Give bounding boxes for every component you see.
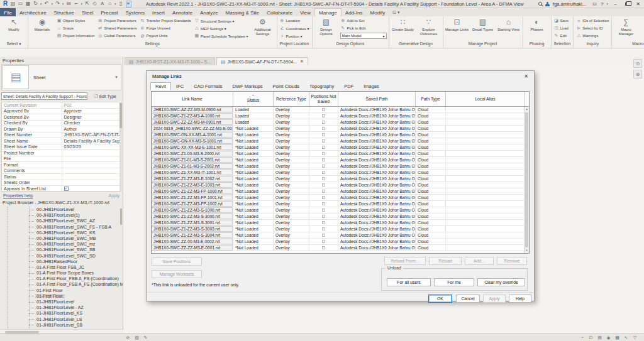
positions-checkbox[interactable] bbox=[322, 227, 325, 230]
help-button[interactable]: Help bbox=[509, 295, 531, 303]
create-study-button[interactable]: ∷Create Study bbox=[391, 17, 415, 32]
properties-scrollbar[interactable] bbox=[119, 102, 122, 191]
properties-help-link[interactable]: Properties help bbox=[3, 193, 33, 198]
positions-checkbox[interactable] bbox=[322, 202, 325, 205]
remove-button[interactable]: Remove bbox=[497, 257, 527, 265]
manage-links-button[interactable]: ⊡Manage Links bbox=[445, 17, 469, 32]
worksets-icon[interactable]: ⊕ bbox=[125, 335, 131, 340]
project-information-button[interactable]: ▤Project Information bbox=[56, 32, 95, 40]
link-row[interactable]: JHB1X0-SWC-GN-XX-M3-S-1001.rvt*Not Loade… bbox=[152, 138, 529, 144]
link-row[interactable]: JHB1X0-SWC-GN-XX-M3-A-1001.rvt*Not Loade… bbox=[152, 132, 529, 138]
unload-for-all-users-button[interactable]: For all users bbox=[387, 278, 431, 286]
property-value[interactable]: ✓ bbox=[62, 186, 121, 192]
ribbon-tab-insert[interactable]: Insert bbox=[148, 8, 169, 16]
positions-checkbox[interactable] bbox=[322, 234, 325, 237]
positions-checkbox[interactable] bbox=[322, 127, 325, 130]
apply-dialog-button[interactable]: Apply bbox=[483, 295, 506, 303]
shared-parameters-button[interactable]: ⇄Shared Parameters bbox=[97, 24, 137, 32]
link-row[interactable]: JHB1X0-SWC-XX-XX-M3-E-1001.rvt*Not Loade… bbox=[152, 144, 529, 151]
user-avatar-icon[interactable] bbox=[545, 2, 550, 6]
property-value[interactable]: Checker bbox=[62, 121, 121, 126]
unload-for-me-button[interactable]: For me bbox=[434, 278, 474, 286]
browser-scrollbar[interactable] bbox=[120, 208, 122, 225]
modify-button[interactable]: ↖Modify bbox=[2, 17, 26, 32]
tree-item[interactable]: 00-JHB1FloorLevel(1) bbox=[0, 212, 123, 218]
manage-worksets-button[interactable]: Manage Worksets bbox=[152, 270, 202, 278]
link-row[interactable]: JHB1X0-SWC-Z1-ZZ-M3-E-1003.rvt*Not Loade… bbox=[152, 182, 529, 188]
add-to-set-button[interactable]: ⊕Add to Set bbox=[340, 17, 387, 24]
transfer-project-standards-button[interactable]: ⇆Transfer Project Standards bbox=[139, 17, 191, 24]
tree-item[interactable]: 00-JHB1FloorLevel_SWC_KS bbox=[0, 230, 123, 235]
tree-item[interactable]: 01-JHB1FloorLevel_LS bbox=[0, 317, 123, 322]
project-units-button[interactable]: ØProject Units bbox=[139, 32, 191, 40]
ribbon-tab-file[interactable]: File bbox=[0, 8, 16, 16]
property-value[interactable]: Designer bbox=[62, 114, 121, 120]
filter-icon[interactable]: ▽ bbox=[632, 335, 638, 340]
type-selector-preview[interactable]: ▤ Sheet ▼ bbox=[1, 64, 121, 90]
coordinates-button[interactable]: ∠Coordinates ▾ bbox=[279, 24, 310, 32]
save-icon[interactable]: ▦ bbox=[25, 1, 31, 8]
tree-item[interactable]: 01-A First Floor FSB_JC bbox=[0, 264, 123, 270]
property-value[interactable]: JHB1X0-SWC-AF-FN-DT-IT-5... bbox=[62, 133, 121, 138]
dialog-tab-point-clouds[interactable]: Point Clouds bbox=[268, 82, 305, 90]
open-icon[interactable]: ▭ bbox=[18, 1, 23, 8]
project-parameters-button[interactable]: ⊞Project Parameters bbox=[97, 17, 137, 24]
link-row[interactable]: JHB1X0-SWC-Z1-XX-M3-IT-1001.rvt*Not Load… bbox=[152, 170, 529, 176]
design-options-icon[interactable]: ▧ bbox=[134, 335, 140, 340]
link-row[interactable]: JHB1X0-SWC-ZZ-00-M3-E-0002.rvt*Not Loade… bbox=[152, 239, 529, 245]
view-tab-1[interactable]: ▤JHB1X0-RGT-Z1-XX-M3-IT-1000 - S... bbox=[125, 57, 215, 65]
link-row[interactable]: JHB1X0-SWC-Z1-ZZ-M3-FP-1000.rvt*Not Load… bbox=[152, 188, 529, 195]
redo-caret-icon[interactable]: ▾ bbox=[62, 2, 64, 6]
materials-button[interactable]: ◉Materials bbox=[30, 17, 54, 32]
tree-item[interactable]: 01-First Floor. bbox=[0, 293, 123, 299]
panel-schedule-templates-button[interactable]: ▦Panel Schedule Templates ▾ bbox=[194, 32, 249, 40]
ribbon-tab-systems[interactable]: Systems bbox=[121, 8, 148, 16]
property-value[interactable]: 03/23/23 bbox=[62, 144, 121, 150]
load-selection-button[interactable]: ◫Load bbox=[553, 24, 570, 32]
property-value[interactable] bbox=[62, 150, 121, 156]
starting-view-button[interactable]: ⌂Starting View bbox=[497, 17, 521, 32]
dialog-tab-ifc[interactable]: IFC bbox=[171, 82, 189, 90]
default-3d-view-caret-icon[interactable]: ▾ bbox=[114, 2, 116, 6]
section-icon[interactable]: ▯ bbox=[118, 1, 124, 8]
positions-checkbox[interactable] bbox=[322, 152, 325, 155]
property-value[interactable] bbox=[62, 168, 121, 174]
column-header-link-name[interactable]: Link Name bbox=[152, 92, 233, 106]
warnings-button[interactable]: ⚠Warnings bbox=[575, 32, 609, 40]
link-row[interactable]: JHB1X0-SWC-Z1-01-M3-S-2002.rvt*Not Loade… bbox=[152, 163, 529, 170]
additional-settings-button[interactable]: ⚙Additional Settings bbox=[251, 17, 275, 36]
link-row[interactable]: JHB1X0-SWC-Z1-ZZ-M3-S-3000.rvt*Not Loade… bbox=[152, 214, 529, 220]
tree-item[interactable]: 01-JHB1FloorLevel_KS bbox=[0, 310, 123, 316]
link-row[interactable]: JHB1X0-SWC-Z1-ZZ-M3-S-3003.rvt*Not Loade… bbox=[152, 226, 529, 232]
add-button[interactable]: Add... bbox=[465, 257, 494, 265]
ribbon-tab-massing-site[interactable]: Massing & Site bbox=[222, 8, 263, 16]
property-value[interactable] bbox=[62, 156, 121, 162]
property-value[interactable]: Author bbox=[62, 126, 121, 132]
property-value[interactable]: P02 bbox=[62, 102, 121, 108]
positions-checkbox[interactable] bbox=[322, 190, 325, 193]
pick-to-edit-button[interactable]: ✎Pick to Edit bbox=[340, 24, 387, 32]
location-button[interactable]: ⊕Location bbox=[279, 17, 310, 24]
tree-item[interactable]: 00-JHB1FloorLevel_SWC_mz bbox=[0, 241, 123, 247]
link-row[interactable]: JHB1X0-SWC-Z1-ZZ-M3-FP-1002.rvt*Not Load… bbox=[152, 201, 529, 207]
positions-checkbox[interactable] bbox=[322, 171, 325, 174]
select-by-id-button[interactable]: ⊳Select by ID bbox=[575, 24, 609, 32]
tag-icon[interactable]: ◇ bbox=[92, 1, 97, 8]
ribbon-tab-annotate[interactable]: Annotate bbox=[169, 8, 196, 16]
tree-item[interactable]: 00-JHB1FloorLevel bbox=[0, 207, 123, 212]
positions-checkbox[interactable] bbox=[322, 208, 325, 212]
positions-checkbox[interactable] bbox=[322, 165, 325, 168]
new-file-icon[interactable]: ▤ bbox=[10, 1, 16, 8]
thin-lines-icon[interactable]: ≡ bbox=[126, 1, 131, 8]
synchronize-icon[interactable]: ↻ bbox=[33, 1, 38, 8]
ribbon-tab-view[interactable]: View bbox=[296, 8, 314, 16]
reload-button[interactable]: Reload bbox=[429, 257, 462, 265]
macro-security-button[interactable]: ◈Macro Security bbox=[640, 17, 644, 36]
text-icon[interactable]: A bbox=[99, 1, 105, 8]
view-tab-close-icon[interactable]: ✕ bbox=[300, 59, 304, 64]
minimize-button[interactable]: – bbox=[611, 1, 619, 7]
tree-item[interactable]: 00-JHB1FloorLevel_SWC_SD bbox=[0, 253, 123, 259]
global-parameters-button[interactable]: ◎Global Parameters bbox=[97, 32, 137, 40]
apply-button[interactable]: Apply bbox=[108, 193, 119, 198]
purge-unused-button[interactable]: ⊘Purge Unused bbox=[139, 24, 191, 32]
